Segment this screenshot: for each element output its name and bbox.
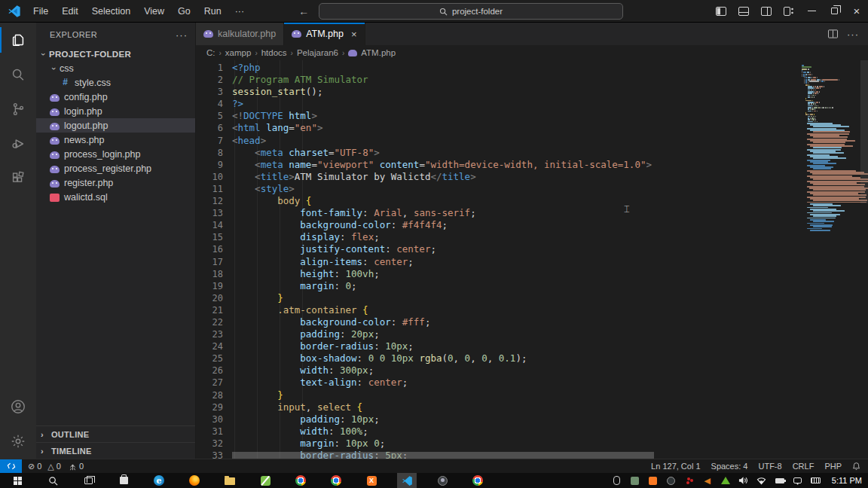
eol-sequence[interactable]: CRLF <box>793 462 815 471</box>
taskbar-firefox-icon[interactable] <box>185 473 204 488</box>
code-content[interactable]: <?php// Program ATM Simulatorsession_sta… <box>232 60 799 459</box>
menu-item-file[interactable]: File <box>27 4 54 19</box>
source-control-icon[interactable] <box>0 92 36 127</box>
encoding[interactable]: UTF-8 <box>758 462 781 471</box>
close-button[interactable]: × <box>845 0 868 23</box>
code-line: height: 100vh; <box>232 268 799 280</box>
taskbar-chrome-icon[interactable] <box>326 473 346 488</box>
menu-item-go[interactable]: Go <box>172 4 197 19</box>
vscode-window: FileEditSelectionViewGoRun··· ← → projec… <box>0 0 868 488</box>
menu-item-selection[interactable]: Selection <box>86 4 136 19</box>
taskbar-chrome-icon[interactable] <box>291 473 310 488</box>
tray-keyboard-icon[interactable] <box>811 475 821 486</box>
tray-xampp-icon[interactable] <box>648 475 659 486</box>
code-editor[interactable]: 1234567891011121314151617181920212223242… <box>196 60 868 459</box>
tray-obs-icon[interactable] <box>666 475 677 486</box>
tray-network-icon[interactable] <box>756 475 767 486</box>
tree-item-project-folder[interactable]: ›PROJECT-FOLDER <box>36 47 195 61</box>
tree-item-news-php[interactable]: news.php <box>36 133 195 147</box>
taskbar-notepad-icon[interactable] <box>255 473 275 488</box>
problems-indicator[interactable]: ⊘0 △0 <box>28 462 61 471</box>
account-icon[interactable] <box>0 389 36 424</box>
taskbar-store-icon[interactable] <box>114 473 133 488</box>
taskbar-obs-icon[interactable] <box>432 473 452 488</box>
taskbar-search-icon[interactable] <box>43 473 63 488</box>
menu-item-run[interactable]: Run <box>198 4 228 19</box>
menu-item-[interactable]: ··· <box>229 4 251 19</box>
breadcrumb-item[interactable]: ATM.php <box>361 48 396 57</box>
toggle-panel-icon[interactable] <box>732 0 755 23</box>
toggle-secondary-sidebar-icon[interactable] <box>755 0 778 23</box>
breadcrumb-item[interactable]: Pelajaran6 <box>297 48 338 57</box>
taskbar-edge-icon[interactable]: e <box>149 473 169 488</box>
windows-taskbar: eX ◀5:11 PM <box>0 473 868 488</box>
tray-battery-icon[interactable] <box>775 475 785 486</box>
minimap-line <box>802 230 868 231</box>
tree-item-style-css[interactable]: #style.css <box>36 75 195 90</box>
tree-item-logout-php[interactable]: logout.php <box>36 118 195 133</box>
taskbar-file-explorer-icon[interactable] <box>220 473 240 488</box>
breadcrumb[interactable]: C:›xampp›htdocs›Pelajaran6›ATM.php <box>196 45 868 60</box>
settings-gear-icon[interactable] <box>0 424 36 459</box>
split-editor-icon[interactable] <box>828 29 838 38</box>
line-number: 18 <box>196 268 232 280</box>
tree-item-config-php[interactable]: config.php <box>36 90 195 104</box>
code-line: // Program ATM Simulator <box>232 74 799 86</box>
taskbar-start-icon[interactable] <box>8 473 27 488</box>
tree-item-css[interactable]: ›css <box>36 61 195 75</box>
back-arrow-icon[interactable]: ← <box>298 5 309 17</box>
tray-chat-icon[interactable] <box>793 475 803 486</box>
ports-indicator[interactable]: 0 <box>69 462 84 471</box>
remote-indicator[interactable] <box>0 459 22 473</box>
command-center-search[interactable]: project-folder <box>319 3 623 20</box>
cursor-position[interactable]: Ln 127, Col 1 <box>651 462 700 471</box>
taskbar-clock[interactable]: 5:11 PM <box>832 476 862 485</box>
toggle-sidebar-icon[interactable] <box>710 0 732 23</box>
search-sidebar-icon[interactable] <box>0 57 36 92</box>
taskbar-xampp-icon[interactable]: X <box>362 473 381 488</box>
taskbar-vscode-icon[interactable] <box>397 473 417 488</box>
section-outline[interactable]: ›OUTLINE <box>36 425 195 442</box>
minimize-button[interactable] <box>800 0 823 23</box>
breadcrumb-item[interactable]: C: <box>206 48 215 57</box>
editor-group: kalkulator.phpATM.php× ··· C:›xampp›htdo… <box>196 23 868 459</box>
tree-item-register-php[interactable]: register.php <box>36 175 195 190</box>
tree-item-login-php[interactable]: login.php <box>36 104 195 118</box>
php-file-icon <box>348 50 357 56</box>
extensions-icon[interactable] <box>0 161 36 196</box>
tray-amd-icon[interactable] <box>684 475 695 486</box>
tab-atm-php[interactable]: ATM.php× <box>284 23 365 45</box>
run-debug-icon[interactable] <box>0 127 36 161</box>
horizontal-scrollbar[interactable] <box>232 452 654 459</box>
taskbar-task-view-icon[interactable] <box>78 473 98 488</box>
tab-kalkulator-php[interactable]: kalkulator.php <box>196 23 284 45</box>
breadcrumb-item[interactable]: xampp <box>225 48 252 57</box>
tray-nvidia-icon[interactable] <box>720 475 731 486</box>
tree-item-process-register-php[interactable]: process_register.php <box>36 161 195 175</box>
tray-horn-icon[interactable]: ◀ <box>702 475 713 486</box>
breadcrumb-item[interactable]: htdocs <box>261 48 287 57</box>
language-mode[interactable]: PHP <box>824 462 842 471</box>
editor-more-icon[interactable]: ··· <box>847 29 859 40</box>
customize-layout-icon[interactable] <box>778 0 800 23</box>
explorer-more-icon[interactable]: ··· <box>176 29 188 41</box>
taskbar-chrome-icon[interactable] <box>468 473 487 488</box>
restore-button[interactable] <box>823 0 845 23</box>
tab-close-icon[interactable]: × <box>351 29 357 40</box>
php-file-icon <box>50 166 60 173</box>
menu-item-view[interactable]: View <box>138 4 170 19</box>
notifications-bell-icon[interactable] <box>852 462 860 471</box>
tray-utility-icon[interactable] <box>630 475 640 486</box>
minimap[interactable] <box>799 60 868 459</box>
tray-mouse-icon[interactable] <box>612 475 622 486</box>
code-line: <meta name="viewport" content="width=dev… <box>232 159 799 171</box>
explorer-icon[interactable] <box>0 23 36 57</box>
tree-item-walictd-sql[interactable]: walictd.sql <box>36 190 195 204</box>
tray-volume-icon[interactable] <box>738 475 749 486</box>
indentation[interactable]: Spaces: 4 <box>711 462 748 471</box>
menu-item-edit[interactable]: Edit <box>56 4 84 19</box>
line-number: 33 <box>196 450 232 459</box>
vertical-scrollbar[interactable] <box>860 60 868 203</box>
tree-item-process-login-php[interactable]: process_login.php <box>36 147 195 161</box>
section-timeline[interactable]: ›TIMELINE <box>36 442 195 459</box>
